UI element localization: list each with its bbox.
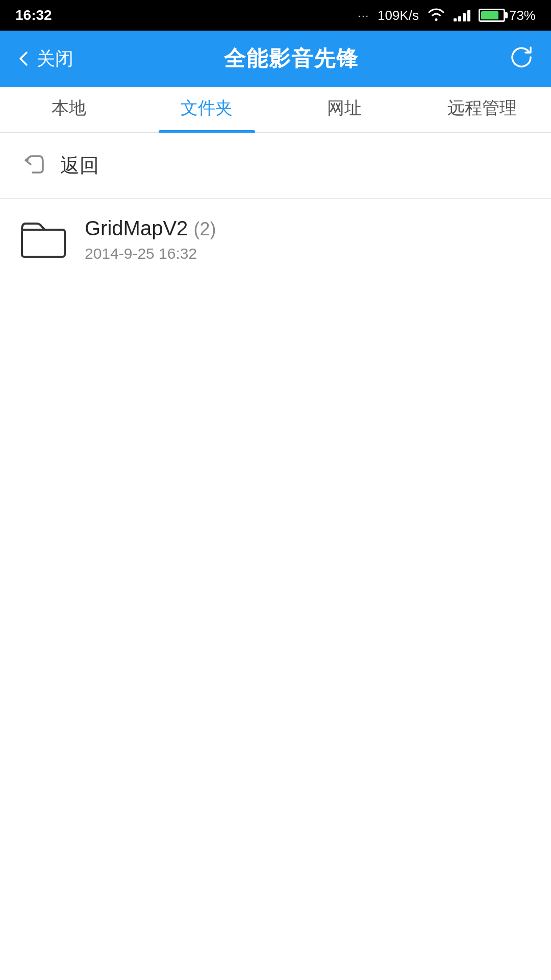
wifi-icon [427,6,445,25]
back-button[interactable]: 关闭 [15,46,73,71]
refresh-icon [509,44,536,71]
page-title: 全能影音先锋 [224,44,359,73]
signal-dots-icon: ··· [358,10,369,21]
back-row-icon [20,151,47,180]
tab-folder-label: 文件夹 [181,96,233,120]
svg-rect-0 [22,230,65,257]
tab-folder[interactable]: 文件夹 [138,87,276,132]
back-row-label: 返回 [60,153,99,179]
folder-count: (2) [193,218,216,239]
status-time: 16:32 [15,7,52,23]
back-row[interactable]: 返回 [0,133,551,198]
tab-remote-label: 远程管理 [447,96,517,120]
folder-item[interactable]: GridMapV2 (2) 2014-9-25 16:32 [0,199,551,281]
battery-percent: 73% [509,8,536,23]
tab-remote[interactable]: 远程管理 [413,87,551,132]
tab-local-label: 本地 [52,96,86,120]
folder-name: GridMapV2 (2) [85,217,216,240]
folder-icon [20,218,66,261]
network-speed: 109K/s [378,8,419,23]
folder-date: 2014-9-25 16:32 [85,245,216,262]
tab-local[interactable]: 本地 [0,87,138,132]
tab-url[interactable]: 网址 [276,87,413,132]
signal-bars-icon [454,9,470,21]
content-area: 返回 GridMapV2 (2) 2014-9-25 16:32 [0,133,551,281]
status-icons: ··· 109K/s 73% [358,6,536,25]
back-label: 关闭 [37,46,73,71]
status-bar: 16:32 ··· 109K/s 73% [0,0,551,31]
tabs-bar: 本地 文件夹 网址 远程管理 [0,87,551,133]
refresh-button[interactable] [509,44,536,73]
folder-name-text: GridMapV2 [85,217,188,239]
battery-icon: 73% [479,8,536,23]
back-chevron-icon [15,51,32,67]
toolbar: 关闭 全能影音先锋 [0,31,551,87]
folder-info: GridMapV2 (2) 2014-9-25 16:32 [85,217,216,262]
tab-url-label: 网址 [327,96,362,120]
